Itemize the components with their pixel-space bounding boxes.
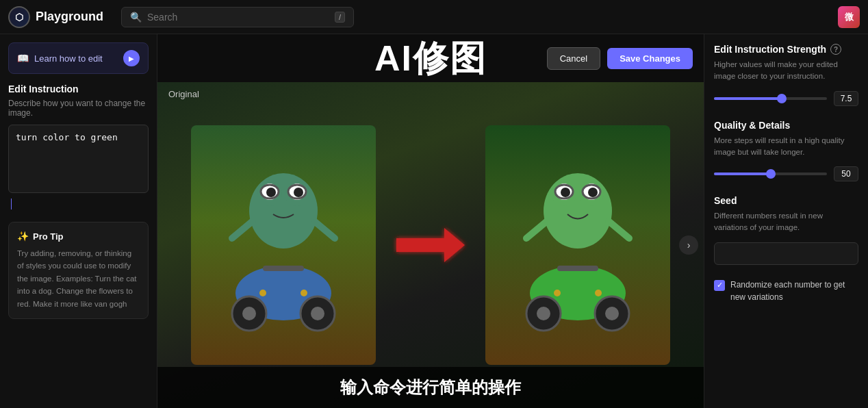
edit-strength-fill	[714, 97, 782, 100]
logo-icon: ⬡	[8, 6, 30, 28]
main-layout: 📖 Learn how to edit ▶ Edit Instruction D…	[0, 34, 868, 408]
svg-point-17	[259, 290, 266, 296]
cancel-button[interactable]: Cancel	[547, 47, 600, 70]
svg-point-37	[554, 290, 561, 296]
logo-text: Playground	[36, 10, 103, 24]
edit-strength-thumb[interactable]	[777, 94, 787, 103]
svg-rect-16	[263, 266, 304, 271]
randomize-label: Randomize each number to get new variati…	[730, 279, 858, 303]
edit-strength-section: Edit Instruction Strength ? Higher value…	[714, 44, 858, 106]
edit-strength-desc: Higher values will make your edited imag…	[714, 59, 858, 83]
pro-tip-box: ✨ Pro Tip Try adding, removing, or think…	[8, 222, 149, 319]
frog-bike-right	[485, 125, 670, 365]
pro-tip-text: Try adding, removing, or thinking of sty…	[17, 247, 140, 310]
chevron-right-button[interactable]: ›	[679, 235, 698, 255]
frog-right-svg	[509, 142, 646, 348]
svg-point-6	[294, 188, 303, 197]
learn-how-left: 📖 Learn how to edit	[17, 53, 103, 64]
svg-point-15	[311, 307, 324, 320]
edit-strength-value: 7.5	[834, 91, 858, 106]
arrow-svg	[390, 218, 472, 272]
quality-slider[interactable]: 50	[714, 166, 858, 181]
frog-bike-left	[191, 125, 376, 365]
instruction-textarea[interactable]: turn color to green	[8, 125, 149, 193]
sidebar: 📖 Learn how to edit ▶ Edit Instruction D…	[0, 34, 157, 408]
quality-thumb[interactable]	[766, 169, 776, 179]
quality-title: Quality & Details	[714, 120, 858, 131]
frog-left-svg	[215, 142, 352, 348]
search-bar[interactable]: 🔍 /	[121, 7, 354, 27]
edit-instruction-section: Edit Instruction Describe how you want t…	[8, 84, 149, 212]
quality-track	[714, 173, 827, 175]
seed-desc: Different numbers result in new variatio…	[714, 210, 858, 234]
book-icon: 📖	[17, 53, 29, 64]
svg-point-35	[605, 307, 619, 320]
search-input[interactable]	[147, 12, 329, 23]
learn-how-to-edit-button[interactable]: 📖 Learn how to edit ▶	[8, 42, 149, 74]
svg-rect-36	[557, 266, 598, 271]
seed-input[interactable]	[714, 242, 858, 265]
seed-section: Seed Different numbers result in new var…	[714, 195, 858, 265]
svg-marker-19	[396, 228, 465, 262]
learn-how-label: Learn how to edit	[34, 53, 103, 64]
svg-line-10	[314, 221, 335, 238]
save-changes-button[interactable]: Save Changes	[607, 48, 693, 69]
svg-line-9	[232, 221, 253, 238]
randomize-checkbox[interactable]: ✓	[714, 280, 725, 291]
center-panel: AI修图 Cancel Save Changes Original	[157, 34, 704, 408]
randomize-row: ✓ Randomize each number to get new varia…	[714, 279, 858, 303]
frog-scene	[157, 82, 704, 408]
arrow-divider	[390, 218, 472, 272]
right-panel: Edit Instruction Strength ? Higher value…	[704, 34, 868, 408]
app-header: ⬡ Playground 🔍 / 微	[0, 0, 868, 34]
bottom-caption: 输入命令进行简单的操作	[157, 367, 704, 408]
seed-title: Seed	[714, 195, 858, 206]
svg-point-14	[242, 307, 256, 320]
svg-point-34	[537, 307, 550, 320]
quality-desc: More steps will result in a high quality…	[714, 135, 858, 159]
pro-tip-title: ✨ Pro Tip	[17, 231, 140, 242]
edit-instruction-desc: Describe how you want to change the imag…	[8, 99, 149, 118]
quality-fill	[714, 173, 771, 175]
action-buttons: Cancel Save Changes	[547, 47, 693, 70]
edit-instruction-title: Edit Instruction	[8, 84, 149, 94]
play-icon: ▶	[129, 55, 134, 62]
edit-strength-title: Edit Instruction Strength ?	[714, 44, 858, 55]
svg-point-0	[249, 173, 318, 248]
logo-area: ⬡ Playground	[8, 6, 121, 28]
search-kbd-hint: /	[335, 12, 345, 23]
svg-point-26	[588, 188, 598, 197]
cursor-line	[11, 199, 12, 209]
quality-section: Quality & Details More steps will result…	[714, 120, 858, 182]
user-avatar[interactable]: 微	[838, 6, 860, 28]
edit-strength-track	[714, 97, 827, 100]
sun-icon: ✨	[17, 231, 29, 242]
svg-point-20	[544, 173, 612, 248]
pro-tip-label: Pro Tip	[33, 231, 64, 242]
edit-strength-slider[interactable]: 7.5	[714, 91, 858, 106]
original-label: Original	[168, 89, 199, 99]
image-area: Original	[157, 82, 704, 408]
svg-line-30	[609, 221, 629, 238]
play-button[interactable]: ▶	[123, 50, 140, 66]
center-header: AI修图 Cancel Save Changes	[157, 34, 704, 82]
search-icon: 🔍	[130, 12, 142, 23]
svg-point-25	[561, 188, 570, 197]
image-placeholder: 输入命令进行简单的操作	[157, 82, 704, 408]
svg-point-38	[595, 290, 602, 296]
ai-title: AI修图	[374, 40, 487, 76]
svg-point-18	[301, 290, 307, 296]
svg-line-29	[526, 221, 547, 238]
info-icon-strength[interactable]: ?	[830, 44, 841, 55]
svg-point-5	[266, 188, 276, 197]
quality-value: 50	[834, 166, 858, 181]
